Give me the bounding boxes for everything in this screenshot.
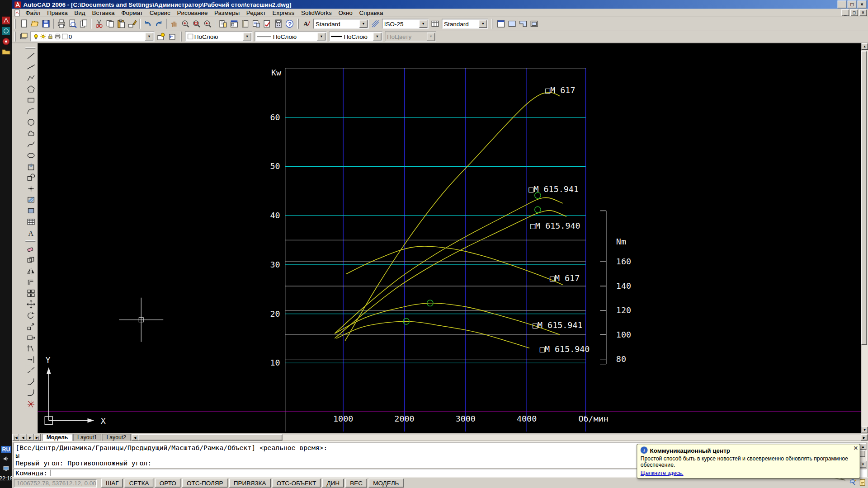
point-button[interactable] bbox=[25, 183, 36, 194]
tab-модель[interactable]: Модель bbox=[42, 433, 72, 441]
scrollbar-thumb[interactable] bbox=[138, 434, 282, 440]
undo-button[interactable] bbox=[142, 18, 153, 29]
menu-рисование[interactable]: Рисование bbox=[174, 9, 211, 17]
minimize-button[interactable]: _ bbox=[838, 0, 847, 8]
tab-prev-icon[interactable]: ◀ bbox=[19, 433, 27, 441]
stretch-button[interactable] bbox=[25, 332, 36, 343]
dim-style-manager-button[interactable] bbox=[370, 18, 381, 29]
status-toggle-дин[interactable]: ДИН bbox=[322, 479, 344, 488]
tab-layout2[interactable]: Layout2 bbox=[102, 433, 131, 441]
paste-button[interactable] bbox=[116, 18, 127, 29]
layer-plot-icon[interactable] bbox=[54, 33, 61, 40]
designcenter-button[interactable] bbox=[229, 18, 240, 29]
copy-object-button[interactable] bbox=[25, 254, 36, 265]
lineweight-combo[interactable]: ПоСлою ▼ bbox=[329, 32, 382, 42]
toolbar-grip[interactable] bbox=[297, 19, 299, 28]
zoom-window-button[interactable] bbox=[191, 18, 202, 29]
toolbar-grip[interactable] bbox=[491, 19, 493, 28]
tab-first-icon[interactable]: |◀ bbox=[12, 433, 19, 441]
text-style-combo[interactable]: Standard ▼ bbox=[313, 19, 368, 28]
mdi-restore-button[interactable]: □ bbox=[850, 9, 858, 16]
menu-редакт[interactable]: Редакт bbox=[243, 9, 269, 17]
chevron-down-icon[interactable]: ▼ bbox=[145, 33, 153, 40]
tool-palettes-button[interactable] bbox=[240, 18, 250, 29]
title-bar[interactable]: AutoCAD 2006 - [C:\Documents and Setting… bbox=[12, 0, 868, 9]
dim-style-combo[interactable]: ISO-25 ▼ bbox=[382, 19, 429, 28]
ellipse-button[interactable] bbox=[25, 150, 36, 161]
mdi-minimize-button[interactable]: _ bbox=[841, 9, 849, 16]
menu-express[interactable]: Express bbox=[269, 9, 297, 17]
status-toggle-сетка[interactable]: СЕТКА bbox=[125, 479, 153, 488]
menu-файл[interactable]: Файл bbox=[22, 9, 44, 17]
fillet-button[interactable] bbox=[25, 387, 36, 398]
properties-button[interactable] bbox=[217, 18, 228, 29]
menu-размеры[interactable]: Размеры bbox=[211, 9, 243, 17]
construction-line-button[interactable] bbox=[25, 61, 36, 72]
quick-launch-autocad-icon[interactable] bbox=[2, 16, 11, 25]
rectangle-button[interactable] bbox=[25, 94, 36, 105]
save-button[interactable] bbox=[40, 18, 51, 29]
scroll-left-icon[interactable]: ◀ bbox=[132, 434, 138, 440]
region-button[interactable] bbox=[25, 205, 36, 216]
cut-button[interactable] bbox=[94, 18, 104, 29]
erase-button[interactable] bbox=[25, 244, 36, 254]
status-toggle-шаг[interactable]: ШАГ bbox=[101, 479, 123, 488]
toolbar-grip[interactable] bbox=[25, 47, 35, 49]
scale-button[interactable] bbox=[25, 321, 36, 332]
scroll-down-icon[interactable]: ▼ bbox=[861, 427, 868, 433]
balloon-link[interactable]: Щелкните здесь. bbox=[641, 470, 684, 476]
viewport-convert-button[interactable] bbox=[528, 18, 539, 29]
new-button[interactable] bbox=[18, 18, 29, 29]
table-button[interactable] bbox=[25, 216, 36, 227]
trim-button[interactable] bbox=[25, 343, 36, 354]
named-views-button[interactable] bbox=[495, 18, 506, 29]
menu-solidworks[interactable]: SolidWorks bbox=[298, 9, 335, 17]
layer-lock-icon[interactable] bbox=[47, 33, 54, 40]
restore-button[interactable]: □ bbox=[848, 0, 857, 8]
linetype-combo[interactable]: ПоСлою ▼ bbox=[255, 32, 326, 42]
scrollbar-thumb[interactable] bbox=[860, 450, 865, 457]
command-scrollbar[interactable]: ▲ ▼ bbox=[860, 443, 867, 468]
viewport-poly-button[interactable] bbox=[518, 18, 528, 29]
pan-button[interactable] bbox=[169, 18, 179, 29]
horizontal-scrollbar[interactable]: ◀ ▶ bbox=[131, 433, 868, 441]
scroll-up-icon[interactable]: ▲ bbox=[861, 43, 868, 50]
menu-справка[interactable]: Справка bbox=[356, 9, 387, 17]
drawing-document-icon[interactable] bbox=[13, 9, 21, 16]
curve-om615941-torque[interactable] bbox=[335, 303, 560, 335]
quick-launch-folder-icon[interactable] bbox=[2, 47, 11, 56]
scroll-up-icon[interactable]: ▲ bbox=[860, 443, 867, 450]
copy-button[interactable] bbox=[104, 18, 115, 29]
table-style-manager-button[interactable] bbox=[429, 18, 440, 29]
chevron-down-icon[interactable]: ▼ bbox=[317, 33, 326, 40]
menu-формат[interactable]: Формат bbox=[118, 9, 146, 17]
volume-icon[interactable] bbox=[3, 455, 9, 463]
status-toggle-отс-объект[interactable]: ОТС-ОБЪЕКТ bbox=[272, 479, 321, 488]
multiline-text-button[interactable]: A bbox=[25, 227, 36, 238]
table-style-combo[interactable]: Standard ▼ bbox=[442, 19, 488, 28]
tab-layout1[interactable]: Layout1 bbox=[73, 433, 101, 441]
status-toggle-вес[interactable]: ВЕС bbox=[345, 479, 367, 488]
circle-button[interactable] bbox=[25, 117, 36, 127]
viewport-single-button[interactable] bbox=[506, 18, 517, 29]
language-indicator[interactable]: RU bbox=[1, 446, 11, 453]
make-block-button[interactable] bbox=[25, 172, 36, 183]
arc-button[interactable] bbox=[25, 106, 36, 117]
mdi-close-button[interactable]: × bbox=[859, 9, 867, 16]
toolbar-grip[interactable] bbox=[14, 19, 16, 28]
scrollbar-thumb[interactable] bbox=[861, 51, 867, 345]
scroll-right-icon[interactable]: ▶ bbox=[861, 434, 868, 440]
array-button[interactable] bbox=[25, 288, 36, 299]
line-button[interactable] bbox=[25, 50, 36, 61]
hatch-button[interactable] bbox=[25, 194, 36, 205]
menu-правка[interactable]: Правка bbox=[44, 9, 71, 17]
break-button[interactable] bbox=[25, 365, 36, 376]
explode-button[interactable] bbox=[25, 399, 36, 409]
spline-button[interactable] bbox=[25, 139, 36, 150]
layer-properties-manager-button[interactable] bbox=[18, 31, 29, 42]
status-toggle-модель[interactable]: МОДЕЛЬ bbox=[368, 479, 403, 488]
status-toggle-отс-поляр[interactable]: ОТС-ПОЛЯР bbox=[182, 479, 227, 488]
insert-block-button[interactable] bbox=[25, 161, 36, 172]
close-button[interactable]: × bbox=[858, 0, 867, 8]
drawing-canvas[interactable]: 1020304050601000200030004000160140120100… bbox=[38, 43, 861, 433]
